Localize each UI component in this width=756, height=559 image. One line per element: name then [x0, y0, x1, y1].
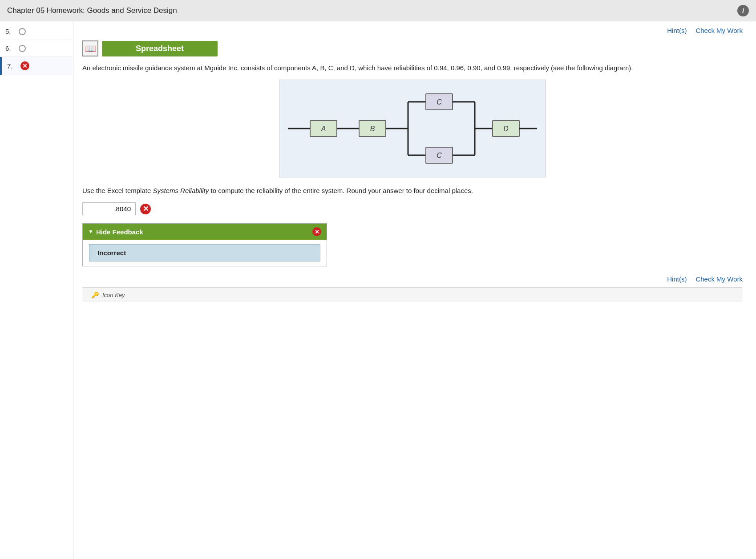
info-icon[interactable]: i	[737, 5, 749, 16]
answer-error-icon[interactable]: ✕	[140, 204, 151, 214]
sidebar-error-7: ✕	[20, 61, 29, 70]
check-my-work-button-bottom[interactable]: Check My Work	[695, 275, 743, 283]
sidebar-radio-5[interactable]	[19, 28, 26, 35]
feedback-header-label[interactable]: Hide Feedback	[96, 228, 143, 236]
svg-text:D: D	[503, 125, 509, 133]
hints-button-top[interactable]: Hint(s)	[667, 27, 687, 34]
sidebar-item-6[interactable]: 6.	[0, 40, 73, 57]
hints-button-bottom[interactable]: Hint(s)	[667, 275, 687, 283]
answer-row: ✕	[82, 202, 743, 215]
page-wrapper: Chapter 05 Homework: Goods and Service D…	[0, 0, 756, 559]
top-links: Hint(s) Check My Work	[82, 27, 743, 34]
question-text-2: Use the Excel template Systems Reliabili…	[82, 185, 743, 196]
triangle-icon: ▼	[88, 229, 93, 235]
main-layout: 5. 6. 7. ✕ Hint(s) Check My Work	[0, 21, 756, 559]
answer-input[interactable]	[82, 202, 136, 215]
sidebar-item-5-label: 5.	[5, 28, 19, 35]
feedback-header-left: ▼ Hide Feedback	[88, 228, 143, 236]
svg-text:A: A	[321, 125, 326, 133]
title-bar: Chapter 05 Homework: Goods and Service D…	[0, 0, 756, 21]
svg-text:C: C	[437, 152, 442, 159]
spreadsheet-label[interactable]: Spreadsheet	[102, 41, 218, 56]
icon-key-label: Icon Key	[102, 292, 125, 298]
svg-text:B: B	[370, 125, 375, 133]
book-icon[interactable]: 📖	[82, 40, 98, 56]
question-block: 📖 Spreadsheet An electronic missile guid…	[82, 39, 743, 287]
spreadsheet-header: 📖 Spreadsheet	[82, 40, 743, 56]
sidebar-item-7[interactable]: 7. ✕	[0, 57, 73, 75]
sidebar-item-5[interactable]: 5.	[0, 23, 73, 40]
reliability-diagram: A B	[279, 80, 546, 177]
sidebar-item-7-label: 7.	[7, 62, 20, 70]
svg-text:C: C	[437, 98, 442, 106]
bottom-links: Hint(s) Check My Work	[82, 275, 743, 283]
page-title: Chapter 05 Homework: Goods and Service D…	[7, 6, 177, 15]
question-text-1: An electronic missile guidance system at…	[82, 63, 743, 73]
sidebar: 5. 6. 7. ✕	[0, 21, 73, 559]
incorrect-badge: Incorrect	[89, 244, 320, 261]
feedback-header: ▼ Hide Feedback ✕	[83, 224, 327, 240]
sidebar-radio-6[interactable]	[19, 45, 26, 52]
check-my-work-button-top[interactable]: Check My Work	[695, 27, 743, 34]
content-area: Hint(s) Check My Work 📖 Spreadsheet An e…	[73, 21, 756, 559]
diagram-svg: A B	[288, 84, 537, 173]
feedback-panel: ▼ Hide Feedback ✕ Incorrect	[82, 223, 327, 266]
key-icon: 🔑	[91, 291, 99, 298]
icon-key-bar: 🔑 Icon Key	[82, 287, 743, 302]
sidebar-item-6-label: 6.	[5, 44, 19, 52]
feedback-close-button[interactable]: ✕	[312, 227, 321, 236]
feedback-body: Incorrect	[83, 240, 327, 266]
